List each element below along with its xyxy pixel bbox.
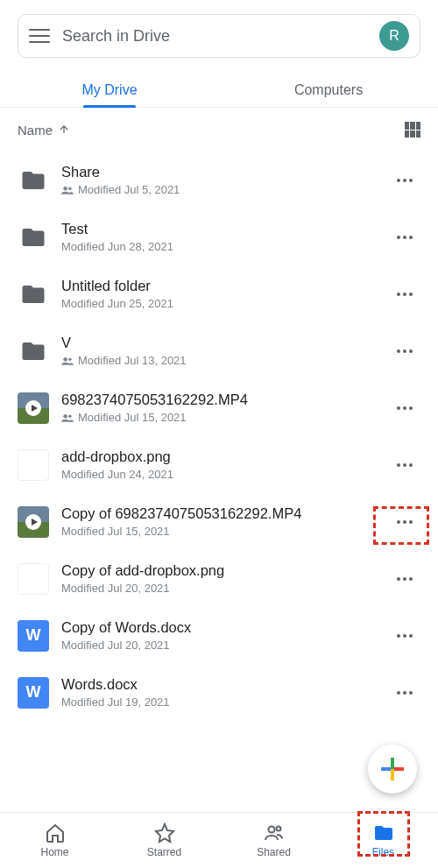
svg-point-7 (276, 827, 280, 831)
file-row[interactable]: WCopy of Words.docxModified Jul 20, 2021 (0, 607, 438, 664)
file-meta: Modified Jul 20, 2021 (61, 639, 377, 652)
add-button[interactable] (368, 745, 417, 794)
file-name: Words.docx (61, 676, 377, 693)
more-options-button[interactable] (389, 449, 420, 481)
file-row[interactable]: ShareModified Jul 5, 2021 (0, 152, 438, 208)
file-meta: Modified Jul 19, 2021 (61, 695, 377, 709)
grid-view-icon[interactable] (405, 122, 420, 138)
file-info: Words.docxModified Jul 19, 2021 (61, 676, 377, 709)
file-list: ShareModified Jul 5, 2021TestModified Ju… (0, 152, 438, 800)
plus-icon (381, 758, 404, 780)
file-name: Copy of Words.docx (61, 619, 377, 636)
nav-home-label: Home (40, 846, 68, 858)
file-meta: Modified Jul 15, 2021 (61, 411, 377, 424)
more-options-button[interactable] (389, 222, 420, 253)
tabs: My Drive Computers (0, 72, 438, 108)
file-row[interactable]: VModified Jul 13, 2021 (0, 322, 438, 379)
file-name: Test (61, 221, 377, 237)
svg-point-2 (63, 356, 67, 361)
folder-icon (18, 335, 49, 367)
file-info: TestModified Jun 28, 2021 (61, 221, 377, 253)
file-row[interactable]: add-dropbox.pngModified Jun 24, 2021 (0, 436, 438, 493)
file-row[interactable]: WWords.docxModified Jul 19, 2021 (0, 664, 438, 721)
folder-icon (18, 279, 49, 310)
file-row[interactable]: Copy of 6982374075053162292.MP4Modified … (0, 493, 438, 550)
file-meta: Modified Jul 13, 2021 (61, 354, 377, 367)
image-thumbnail (18, 449, 49, 481)
file-meta: Modified Jul 20, 2021 (61, 582, 377, 595)
file-name: Copy of add-dropbox.png (61, 562, 377, 579)
file-name: V (61, 335, 377, 351)
home-icon (45, 822, 66, 843)
menu-icon[interactable] (29, 25, 50, 46)
word-doc-icon: W (18, 677, 49, 709)
more-options-button[interactable] (389, 563, 420, 595)
file-meta: Modified Jun 28, 2021 (61, 240, 377, 253)
folder-icon (18, 165, 49, 196)
folder-icon (373, 822, 394, 843)
file-meta: Modified Jun 25, 2021 (61, 297, 377, 310)
file-name: Untitled folder (61, 278, 377, 294)
nav-home[interactable]: Home (0, 813, 110, 868)
search-placeholder: Search in Drive (62, 27, 379, 46)
file-row[interactable]: TestModified Jun 28, 2021 (0, 208, 438, 265)
svg-point-0 (63, 186, 67, 190)
video-thumbnail (18, 392, 49, 424)
more-options-button[interactable] (389, 165, 420, 196)
file-meta: Modified Jul 5, 2021 (61, 183, 377, 196)
file-row[interactable]: 6982374075053162292.MP4Modified Jul 15, … (0, 379, 438, 436)
video-thumbnail (18, 506, 49, 538)
search-bar[interactable]: Search in Drive R (18, 14, 420, 58)
nav-starred-label: Starred (147, 846, 181, 858)
nav-starred[interactable]: Starred (110, 813, 219, 868)
file-info: Copy of Words.docxModified Jul 20, 2021 (61, 619, 377, 652)
bottom-nav: Home Starred Shared Files (0, 812, 438, 868)
svg-point-3 (68, 357, 72, 361)
nav-files[interactable]: Files (328, 813, 438, 868)
svg-point-6 (268, 827, 274, 833)
file-name: 6982374075053162292.MP4 (61, 392, 377, 408)
sort-button[interactable]: Name (18, 123, 70, 138)
file-info: VModified Jul 13, 2021 (61, 335, 377, 367)
svg-point-5 (68, 414, 72, 418)
file-name: Share (61, 164, 377, 180)
more-options-button[interactable] (389, 279, 420, 310)
file-name: add-dropbox.png (61, 448, 377, 465)
file-info: ShareModified Jul 5, 2021 (61, 164, 377, 196)
folder-icon (18, 222, 49, 253)
nav-files-label: Files (372, 846, 394, 858)
file-name: Copy of 6982374075053162292.MP4 (61, 505, 377, 522)
more-options-button[interactable] (389, 620, 420, 652)
nav-shared-label: Shared (257, 846, 291, 858)
tab-my-drive[interactable]: My Drive (0, 72, 219, 107)
svg-point-4 (63, 413, 67, 418)
more-options-button[interactable] (389, 392, 420, 424)
file-row[interactable]: Untitled folderModified Jun 25, 2021 (0, 265, 438, 322)
tab-computers[interactable]: Computers (219, 72, 438, 107)
image-thumbnail (18, 563, 49, 595)
more-options-button[interactable] (389, 506, 420, 538)
sort-label-text: Name (18, 123, 53, 138)
file-info: 6982374075053162292.MP4Modified Jul 15, … (61, 392, 377, 424)
people-icon (264, 822, 285, 843)
file-meta: Modified Jun 24, 2021 (61, 468, 377, 481)
svg-point-1 (68, 187, 72, 190)
avatar[interactable]: R (379, 21, 409, 51)
file-info: add-dropbox.pngModified Jun 24, 2021 (61, 448, 377, 481)
file-meta: Modified Jul 15, 2021 (61, 525, 377, 538)
arrow-up-icon (58, 123, 70, 136)
star-icon (154, 822, 175, 843)
file-info: Copy of add-dropbox.pngModified Jul 20, … (61, 562, 377, 595)
file-row[interactable]: Copy of add-dropbox.pngModified Jul 20, … (0, 550, 438, 607)
file-info: Copy of 6982374075053162292.MP4Modified … (61, 505, 377, 538)
nav-shared[interactable]: Shared (219, 813, 328, 868)
file-info: Untitled folderModified Jun 25, 2021 (61, 278, 377, 310)
list-header: Name (0, 108, 438, 152)
more-options-button[interactable] (389, 335, 420, 367)
word-doc-icon: W (18, 620, 49, 652)
more-options-button[interactable] (389, 677, 420, 709)
